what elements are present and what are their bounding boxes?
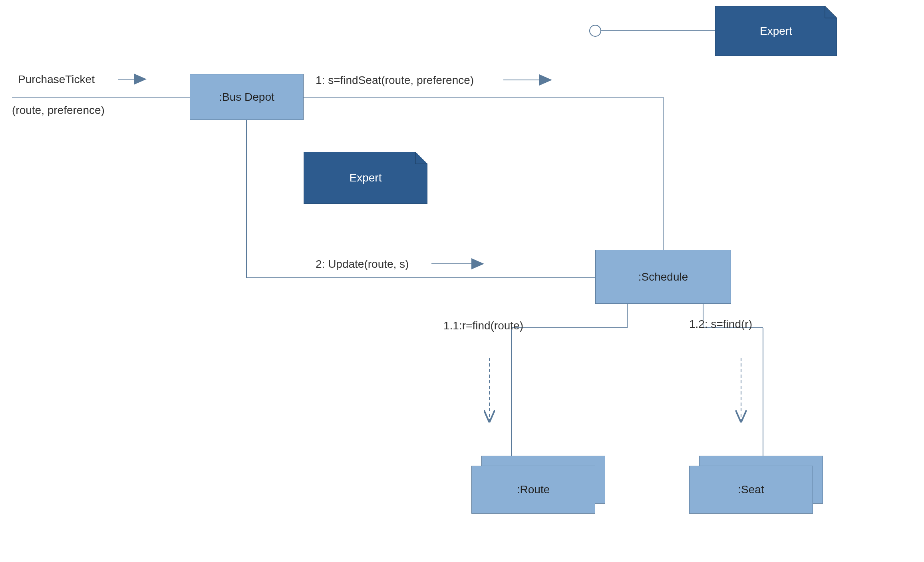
node-schedule[interactable]: :Schedule (595, 250, 731, 304)
node-seat-label: :Seat (738, 483, 764, 496)
svg-point-17 (590, 25, 601, 36)
node-route[interactable]: :Route (471, 466, 595, 514)
node-schedule-label: :Schedule (638, 271, 688, 283)
note-expert-1[interactable]: Expert (715, 6, 837, 56)
node-bus-depot[interactable]: :Bus Depot (190, 74, 304, 120)
label-find-route: 1.1:r=find(route) (443, 318, 517, 333)
note-expert-2[interactable]: Expert (304, 152, 427, 204)
label-update: 2: Update(route, s) (316, 258, 409, 271)
note-expert-2-label: Expert (350, 171, 382, 184)
label-find-seat: 1: s=findSeat(route, preference) (316, 74, 474, 87)
node-bus-depot-label: :Bus Depot (219, 91, 274, 104)
label-route-preference: (route, preference) (12, 104, 105, 117)
node-seat[interactable]: :Seat (689, 466, 813, 514)
note-expert-1-label: Expert (760, 25, 792, 38)
label-find-seat-2: 1.2: s=find(r) (689, 318, 752, 331)
node-route-label: :Route (517, 483, 550, 496)
label-purchase-ticket: PurchaseTicket (18, 73, 95, 86)
